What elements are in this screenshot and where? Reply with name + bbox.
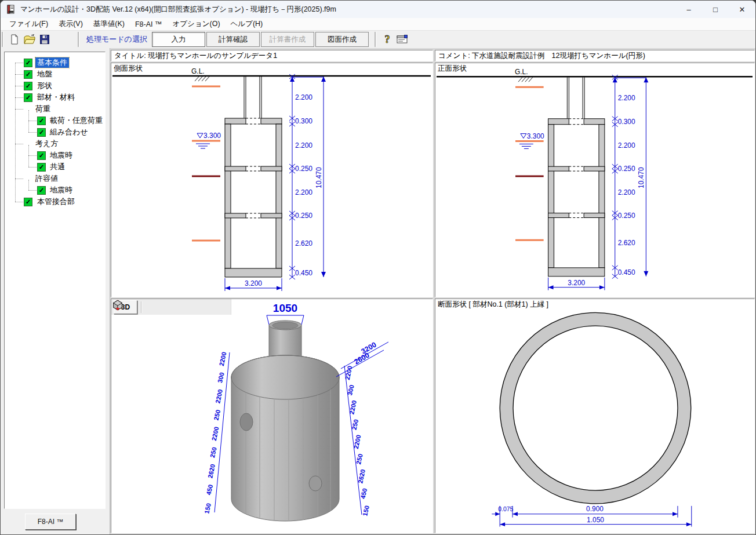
cube-view-top-button[interactable] [202,300,216,314]
svg-text:0.900: 0.900 [586,505,604,513]
svg-text:0.450: 0.450 [618,268,635,276]
sidebar-item-10[interactable]: 許容値 [34,173,60,184]
maximize-button[interactable]: □ [702,1,729,18]
window-title: マンホールの設計・3D配筋 Ver.12 (x64)(開口部照査拡張オプション)… [20,5,336,14]
sidebar-item-1[interactable]: 地盤 [35,69,54,79]
cube-view-right-button[interactable] [187,300,202,314]
save-button[interactable] [37,32,52,46]
app-window: マンホールの設計・3D配筋 Ver.12 (x64)(開口部照査拡張オプション)… [0,0,756,535]
tree-row: 許容値 [5,173,105,184]
mode-button-3[interactable]: 図面作成 [315,32,369,47]
toolbar: 処理モードの選択 入力計算確認計算書作成図面作成 ? [1,31,755,49]
svg-text:250: 250 [213,409,222,421]
tree-checkbox[interactable]: ✓ [37,151,46,160]
main-area: ✓基本条件✓地盤✓形状✓部材・材料荷重✓載荷・任意荷重✓組み合わせ考え方✓地震時… [1,48,755,534]
side-view-drawing: G.L.3.3002.2000.3002.2000.2502.2000.2502… [111,63,432,297]
tree-checkbox[interactable]: ✓ [24,59,32,67]
mode-button-0[interactable]: 入力 [152,32,205,47]
svg-text:2620: 2620 [206,463,216,478]
minimize-button[interactable]: – [675,1,702,18]
mode-button-1[interactable]: 計算確認 [206,32,260,47]
help-icon: ? [381,33,393,46]
sidebar-item-9[interactable]: 共通 [48,162,67,172]
title-strip: タイトル: 現場打ちマンホールのサンプルデータ1 [111,50,433,61]
comment-strip: コメント: 下水道施設耐震設計例 12現場打ちマンホール(円形) [435,50,755,61]
save-floppy-icon [39,34,50,45]
new-file-button[interactable] [7,32,22,46]
sidebar-item-6[interactable]: 組み合わせ [48,127,90,137]
svg-text:0.250: 0.250 [295,165,312,173]
sidebar-item-5[interactable]: 載荷・任意荷重 [48,115,104,126]
menu-item-4[interactable]: オプション(O) [168,18,226,30]
svg-text:10.470: 10.470 [315,167,323,188]
sidebar-item-3[interactable]: 部材・材料 [35,92,77,103]
tree-row: ✓共通 [5,161,105,173]
svg-text:450: 450 [359,487,369,499]
sidebar-item-11[interactable]: 地震時 [48,185,74,195]
sidebar-item-7[interactable]: 考え方 [34,139,60,149]
cube-view-left-button[interactable] [173,300,187,314]
about-button[interactable] [395,32,410,46]
tree-checkbox[interactable]: ✓ [24,82,32,90]
sidebar: ✓基本条件✓地盤✓形状✓部材・材料荷重✓載荷・任意荷重✓組み合わせ考え方✓地震時… [1,48,110,534]
sidebar-item-2[interactable]: 形状 [35,81,54,91]
tree-row: 考え方 [5,138,105,150]
front-view-drawing: G.L.3.3002.2000.3002.2000.2502.2000.2502… [435,63,754,297]
title-bar: マンホールの設計・3D配筋 Ver.12 (x64)(開口部照査拡張オプション)… [1,1,755,19]
f8ai-button[interactable]: F8-AI ™ [25,514,76,530]
sidebar-item-12[interactable]: 本管接合部 [35,196,77,207]
svg-text:250: 250 [209,446,218,458]
menu-bar: ファイル(F)表示(V)基準値(K)F8-AI ™オプション(O)ヘルプ(H) [1,18,755,31]
svg-text:G.L.: G.L. [515,68,528,76]
tree-row: ✓本管接合部 [5,196,105,208]
open-file-button[interactable] [22,32,37,46]
menu-item-0[interactable]: ファイル(F) [4,18,53,30]
tree-checkbox[interactable]: ✓ [37,186,46,195]
menu-item-2[interactable]: 基準値(K) [88,18,130,30]
sidebar-item-8[interactable]: 地震時 [48,150,74,161]
tree-line [15,97,23,98]
menu-item-3[interactable]: F8-AI ™ [130,19,168,30]
tree-line [28,167,37,168]
svg-text:2620: 2620 [357,468,366,483]
tree-line [15,109,23,110]
tree-checkbox[interactable]: ✓ [37,128,46,137]
cube-view-front-button[interactable] [144,300,158,314]
sidebar-item-0[interactable]: 基本条件 [35,57,69,68]
tree-checkbox[interactable]: ✓ [24,93,32,102]
three-d-drawing[interactable]: 1050320026002200300220025022002502620450… [111,299,432,533]
tree-checkbox[interactable]: ✓ [37,163,46,172]
tree-row: ✓地盤 [5,68,105,80]
tree-line [28,190,37,191]
tree-checkbox[interactable]: ✓ [37,117,46,125]
svg-text:2200: 2200 [352,434,362,449]
menu-item-5[interactable]: ヘルプ(H) [226,18,268,30]
side-view-panel: 側面形状 G.L.3.3002.2000.3002.2000.2502.2000… [111,63,433,297]
svg-text:2.200: 2.200 [618,141,635,150]
svg-text:150: 150 [361,505,370,516]
close-button[interactable]: ✕ [729,1,755,18]
tree-row: ✓載荷・任意荷重 [5,115,105,126]
svg-text:1050: 1050 [273,302,297,314]
svg-text:2.200: 2.200 [295,93,312,101]
tree-checkbox[interactable]: ✓ [24,198,32,206]
svg-text:2.200: 2.200 [295,141,312,150]
svg-text:2.200: 2.200 [618,188,635,196]
tree-row: ✓地震時 [5,150,105,161]
svg-text:0.250: 0.250 [618,212,635,220]
tree-line [15,202,23,202]
tree-row: ✓地震時 [5,184,105,196]
tree-line [15,63,23,63]
tree-line [15,144,23,144]
tree-line [15,86,23,86]
cube-view-back-button[interactable] [158,300,173,314]
section-header: 断面形状 [ 部材No.1 (部材1) 上縁 ] [438,300,548,310]
svg-text:450: 450 [205,484,215,496]
help-button[interactable]: ? [380,32,395,46]
section-drawing: 0.9000.0751.050 [435,299,754,533]
svg-text:0.250: 0.250 [618,165,635,173]
menu-item-1[interactable]: 表示(V) [53,18,88,30]
cube-view-bottom-button[interactable] [216,300,231,314]
sidebar-item-4[interactable]: 荷重 [34,104,52,114]
tree-checkbox[interactable]: ✓ [24,70,32,79]
